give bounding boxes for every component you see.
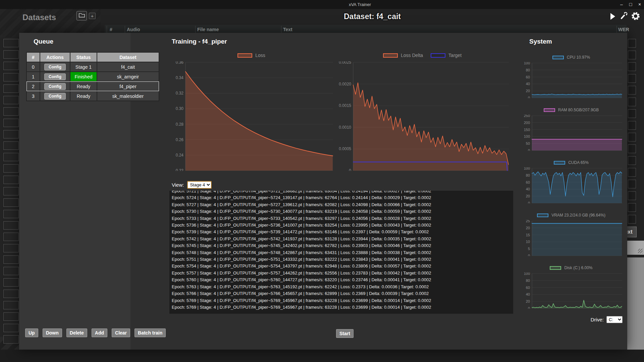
background-list-item[interactable] — [3, 301, 19, 309]
config-button[interactable]: Config — [44, 83, 66, 90]
ram-chart-block: RAM 80.5GB/207.9GB 250200150100500 — [520, 107, 623, 151]
background-list-item[interactable] — [3, 267, 19, 275]
background-list-item[interactable] — [3, 107, 19, 116]
background-list-item[interactable] — [3, 164, 19, 173]
background-list-item[interactable] — [628, 62, 636, 71]
add-button[interactable]: Add — [92, 328, 107, 337]
background-list-item[interactable] — [3, 198, 19, 207]
background-bottom-band — [0, 350, 644, 362]
training-log[interactable]: Epoch: 5721 | Stage: 4 | D:/FP_OUTPUT/f4… — [169, 191, 513, 314]
cpu-chart-block: CPU 10.97% 100806040200 — [520, 55, 623, 98]
background-list-item[interactable] — [628, 109, 636, 118]
svg-text:20: 20 — [526, 89, 530, 93]
minimize-button[interactable]: – — [618, 1, 625, 8]
svg-text:100: 100 — [524, 167, 530, 170]
background-list-item[interactable] — [3, 210, 19, 218]
clear-button[interactable]: Clear — [112, 328, 130, 337]
svg-text:10: 10 — [526, 240, 530, 244]
background-list-item[interactable] — [628, 74, 636, 83]
batch-train-button[interactable]: Batch train — [135, 328, 166, 337]
folder-icon — [78, 12, 85, 19]
header-status: Status — [70, 53, 97, 62]
background-list-item[interactable] — [3, 39, 19, 47]
background-list-item[interactable] — [628, 133, 636, 141]
background-list-item[interactable] — [3, 233, 19, 241]
background-list-item[interactable] — [628, 51, 636, 59]
up-button[interactable]: Up — [25, 328, 38, 337]
background-list-item[interactable] — [628, 203, 636, 212]
background-list-item[interactable] — [628, 121, 636, 130]
right-list — [628, 39, 636, 238]
ram-legend-label: RAM 80.5GB/207.9GB — [558, 108, 599, 112]
background-list-item[interactable] — [628, 144, 636, 153]
maximize-button[interactable]: □ — [627, 1, 634, 8]
drive-select[interactable]: C: — [606, 316, 623, 323]
background-list-item[interactable] — [3, 312, 19, 321]
queue-row-selected[interactable]: 2 Config Ready f4_piper — [27, 82, 159, 91]
queue-row[interactable]: 0 Config Stage 1 f4_cait — [27, 62, 159, 71]
background-list-item[interactable] — [3, 278, 19, 287]
background-list-item[interactable] — [3, 187, 19, 195]
background-list-item[interactable] — [3, 221, 19, 230]
background-list-item[interactable] — [3, 62, 19, 70]
svg-text:40: 40 — [526, 187, 530, 191]
loss-delta-legend-swatch — [383, 53, 398, 58]
dataset-cell: sk_malesoldier — [97, 92, 159, 101]
config-button[interactable]: Config — [44, 93, 66, 100]
background-list-item[interactable] — [628, 168, 636, 177]
background-list-item[interactable] — [3, 84, 19, 93]
background-list-item[interactable] — [628, 180, 636, 188]
background-list-item[interactable] — [3, 290, 19, 298]
background-list-item[interactable] — [3, 176, 19, 184]
background-list-item[interactable] — [3, 119, 19, 127]
background-list-item[interactable] — [628, 39, 636, 48]
window-title: xVA Trainer — [349, 2, 371, 7]
titlebar: xVA Trainer – □ × — [0, 0, 644, 9]
loss-delta-chart: 0.00250.00200.00150.00100.00050 — [335, 61, 509, 171]
view-stage-select[interactable]: Stage 4 — [187, 181, 212, 189]
config-button[interactable]: Config — [44, 64, 66, 70]
config-button[interactable]: Config — [44, 73, 66, 80]
background-list-item[interactable] — [3, 335, 19, 344]
svg-text:0: 0 — [528, 96, 530, 98]
svg-text:80: 80 — [526, 173, 530, 177]
play-icon[interactable] — [608, 12, 616, 22]
queue-table-header: # Actions Status Dataset — [27, 53, 159, 62]
background-list-item[interactable] — [3, 50, 19, 59]
drive-row: Drive: C: — [520, 316, 623, 323]
cpu-legend-swatch — [552, 56, 564, 59]
dataset-cell: sk_arngeir — [97, 72, 159, 81]
background-list-item[interactable] — [3, 73, 19, 81]
background-list-item[interactable] — [3, 255, 19, 264]
background-list-item[interactable] — [628, 98, 636, 106]
background-list-item[interactable] — [3, 130, 19, 138]
background-list-item[interactable] — [628, 215, 636, 224]
start-button[interactable]: Start — [336, 329, 354, 338]
background-list-item[interactable] — [3, 153, 19, 161]
drive-label: Drive: — [591, 317, 604, 322]
svg-text:100: 100 — [524, 273, 530, 276]
svg-text:0: 0 — [528, 254, 530, 256]
background-list-item[interactable] — [3, 324, 19, 332]
down-button[interactable]: Down — [43, 328, 62, 337]
background-list-item[interactable] — [628, 191, 636, 200]
background-list-item[interactable] — [3, 96, 19, 104]
row-num: 3 — [27, 92, 40, 101]
background-side-panel — [625, 257, 644, 362]
delete-button[interactable]: Delete — [66, 328, 87, 337]
open-folder-button[interactable] — [76, 11, 87, 20]
view-row: View: Stage 4 — [172, 181, 212, 189]
background-list-item[interactable] — [628, 86, 636, 95]
svg-text:0.24: 0.24 — [176, 153, 184, 158]
svg-text:0.0020: 0.0020 — [339, 82, 351, 86]
wrench-icon[interactable] — [619, 11, 629, 22]
queue-row[interactable]: 3 Config Ready sk_malesoldier — [27, 92, 159, 101]
background-list-item[interactable] — [3, 141, 19, 150]
background-list-item[interactable] — [3, 244, 19, 252]
queue-table: # Actions Status Dataset 0 Config Stage … — [26, 52, 159, 101]
background-list-item[interactable] — [628, 156, 636, 165]
queue-row[interactable]: 1 Config Finished sk_arngeir — [27, 72, 159, 81]
add-dataset-button[interactable]: + — [89, 13, 96, 19]
gear-icon[interactable] — [631, 11, 641, 22]
close-button[interactable]: × — [636, 1, 643, 8]
